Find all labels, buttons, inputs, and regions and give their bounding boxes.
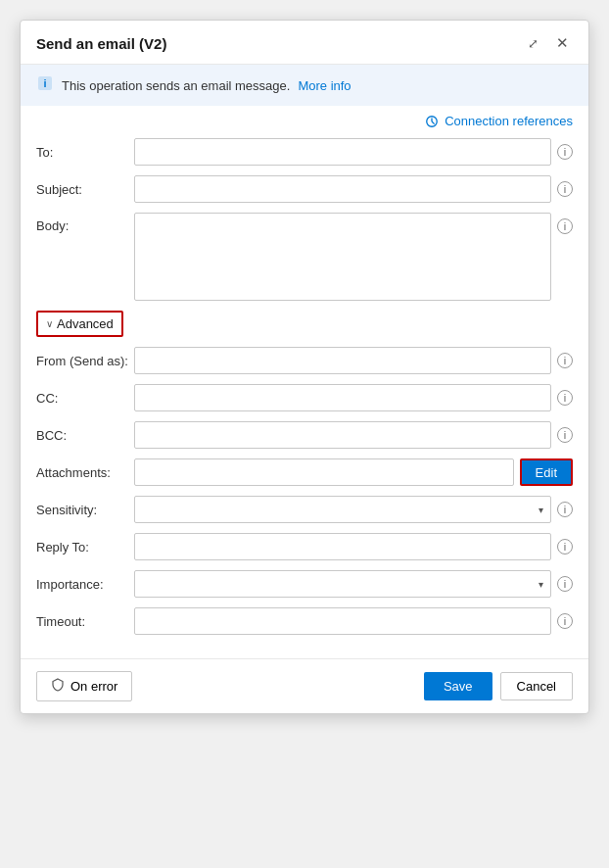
bcc-input[interactable] bbox=[134, 421, 551, 449]
svg-line-5 bbox=[432, 121, 435, 124]
bcc-input-wrap: i bbox=[134, 421, 573, 449]
importance-row: Importance: Low Normal High ▾ i bbox=[36, 570, 573, 598]
to-info-icon[interactable]: i bbox=[557, 144, 573, 160]
shield-icon bbox=[51, 678, 65, 695]
cc-input[interactable] bbox=[134, 384, 551, 411]
body-input-wrap: i bbox=[134, 213, 573, 301]
attachments-label: Attachments: bbox=[36, 465, 134, 480]
importance-select[interactable]: Low Normal High bbox=[134, 570, 551, 598]
save-button[interactable]: Save bbox=[424, 672, 492, 700]
cc-input-wrap: i bbox=[134, 384, 573, 411]
info-banner-text: This operation sends an email message. bbox=[62, 78, 290, 93]
advanced-section: From (Send as): i CC: i BCC: i bbox=[36, 347, 573, 635]
subject-input[interactable] bbox=[134, 175, 551, 203]
reply-to-input[interactable] bbox=[134, 533, 551, 560]
dialog-footer: On error Save Cancel bbox=[21, 658, 588, 713]
importance-input-wrap: Low Normal High ▾ i bbox=[134, 570, 573, 598]
connection-ref-label: Connection references bbox=[445, 114, 573, 128]
to-input[interactable] bbox=[134, 138, 551, 166]
body-row: Body: i bbox=[36, 213, 573, 301]
bcc-info-icon[interactable]: i bbox=[557, 427, 573, 443]
reply-to-input-wrap: i bbox=[134, 533, 573, 560]
close-button[interactable]: ✕ bbox=[552, 32, 573, 54]
more-info-link[interactable]: More info bbox=[298, 78, 351, 93]
subject-input-wrap: i bbox=[134, 175, 573, 203]
timeout-input[interactable] bbox=[134, 607, 551, 635]
sensitivity-input-wrap: Normal Personal Private Confidential ▾ i bbox=[134, 496, 573, 523]
advanced-chevron-icon: ∨ bbox=[46, 318, 53, 329]
importance-select-wrap: Low Normal High ▾ bbox=[134, 570, 551, 598]
sensitivity-label: Sensitivity: bbox=[36, 503, 134, 517]
importance-label: Importance: bbox=[36, 577, 134, 592]
svg-text:i: i bbox=[43, 77, 46, 89]
cancel-button[interactable]: Cancel bbox=[500, 672, 573, 700]
body-info-icon[interactable]: i bbox=[557, 218, 573, 234]
attachments-input-wrap: Edit bbox=[134, 458, 573, 486]
subject-label: Subject: bbox=[36, 182, 134, 197]
timeout-info-icon[interactable]: i bbox=[557, 613, 573, 629]
from-row: From (Send as): i bbox=[36, 347, 573, 374]
attachments-row: Attachments: Edit bbox=[36, 458, 573, 486]
email-dialog: Send an email (V2) ⤢ ✕ i This operation … bbox=[20, 20, 589, 714]
advanced-label: Advanced bbox=[57, 316, 114, 331]
from-input[interactable] bbox=[134, 347, 551, 374]
dialog-title: Send an email (V2) bbox=[36, 35, 166, 52]
cc-info-icon[interactable]: i bbox=[557, 390, 573, 406]
plug-icon bbox=[425, 115, 439, 128]
connection-references[interactable]: Connection references bbox=[21, 106, 588, 132]
to-row: To: i bbox=[36, 138, 573, 166]
edit-button[interactable]: Edit bbox=[520, 458, 573, 486]
attachments-input[interactable] bbox=[134, 458, 514, 486]
from-input-wrap: i bbox=[134, 347, 573, 374]
reply-to-label: Reply To: bbox=[36, 540, 134, 555]
from-info-icon[interactable]: i bbox=[557, 353, 573, 368]
body-input[interactable] bbox=[134, 213, 551, 301]
sensitivity-row: Sensitivity: Normal Personal Private Con… bbox=[36, 496, 573, 523]
dialog-header: Send an email (V2) ⤢ ✕ bbox=[21, 21, 588, 65]
reply-to-info-icon[interactable]: i bbox=[557, 539, 573, 555]
form-body: To: i Subject: i Body: i ∨ Advanced bbox=[21, 132, 588, 654]
timeout-label: Timeout: bbox=[36, 614, 134, 629]
timeout-input-wrap: i bbox=[134, 607, 573, 635]
sensitivity-select[interactable]: Normal Personal Private Confidential bbox=[134, 496, 551, 523]
bcc-row: BCC: i bbox=[36, 421, 573, 449]
cc-label: CC: bbox=[36, 391, 134, 406]
from-label: From (Send as): bbox=[36, 354, 134, 368]
info-banner-icon: i bbox=[36, 74, 54, 96]
advanced-toggle[interactable]: ∨ Advanced bbox=[36, 311, 123, 337]
footer-left: On error bbox=[36, 671, 132, 701]
expand-icon: ⤢ bbox=[528, 36, 539, 51]
header-icons: ⤢ ✕ bbox=[524, 32, 573, 54]
expand-button[interactable]: ⤢ bbox=[524, 34, 542, 53]
subject-info-icon[interactable]: i bbox=[557, 181, 573, 197]
on-error-label: On error bbox=[70, 679, 117, 694]
close-icon: ✕ bbox=[556, 34, 569, 52]
cc-row: CC: i bbox=[36, 384, 573, 411]
on-error-button[interactable]: On error bbox=[36, 671, 132, 701]
sensitivity-info-icon[interactable]: i bbox=[557, 502, 573, 517]
body-label: Body: bbox=[36, 213, 134, 233]
to-label: To: bbox=[36, 145, 134, 160]
footer-right: Save Cancel bbox=[424, 672, 573, 700]
sensitivity-select-wrap: Normal Personal Private Confidential ▾ bbox=[134, 496, 551, 523]
info-banner: i This operation sends an email message.… bbox=[21, 65, 588, 106]
subject-row: Subject: i bbox=[36, 175, 573, 203]
reply-to-row: Reply To: i bbox=[36, 533, 573, 560]
bcc-label: BCC: bbox=[36, 428, 134, 443]
to-input-wrap: i bbox=[134, 138, 573, 166]
importance-info-icon[interactable]: i bbox=[557, 576, 573, 592]
timeout-row: Timeout: i bbox=[36, 607, 573, 635]
